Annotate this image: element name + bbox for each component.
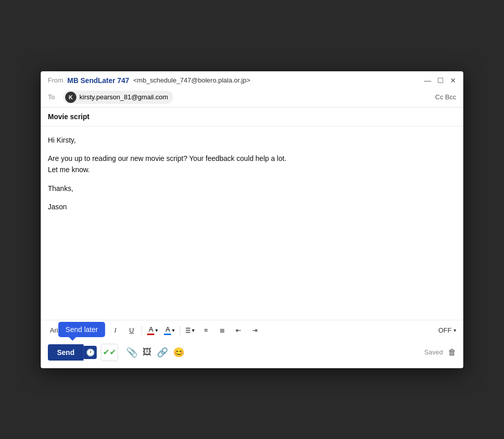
highlight-color-dropdown[interactable]: A ▾	[162, 324, 177, 336]
subject-row: Movie script	[41, 107, 463, 126]
saved-label: Saved	[424, 348, 443, 356]
body-closing: Thanks,	[48, 183, 456, 194]
highlight-color-bar	[164, 334, 171, 335]
ordered-list-button[interactable]: ≡	[199, 323, 213, 338]
cc-bcc-button[interactable]: Cc Bcc	[435, 93, 456, 101]
maximize-button[interactable]: ☐	[437, 76, 444, 85]
compose-window: From MB SendLater 747 <mb_schedule_747@b…	[41, 71, 463, 368]
font-color-bar	[147, 334, 154, 335]
sender-name: MB SendLater 747	[67, 76, 129, 85]
send-later-button[interactable]: 🕐	[83, 346, 97, 359]
recipient-avatar: K	[65, 92, 76, 103]
email-body[interactable]: Hi Kirsty, Are you up to reading our new…	[41, 126, 463, 320]
title-bar: From MB SendLater 747 <mb_schedule_747@b…	[41, 71, 463, 88]
from-row: From MB SendLater 747 <mb_schedule_747@b…	[48, 76, 250, 85]
off-toggle[interactable]: OFF ▾	[438, 326, 456, 334]
highlight-color-chevron: ▾	[172, 327, 175, 333]
body-paragraph: Are you up to reading our new movie scri…	[48, 153, 456, 176]
clock-icon: 🕐	[86, 348, 95, 356]
to-label: To	[48, 93, 63, 101]
unordered-list-button[interactable]: ≣	[215, 323, 229, 338]
divider-3	[180, 326, 180, 335]
minimize-button[interactable]: —	[424, 76, 431, 85]
send-later-tooltip: Send later	[59, 322, 105, 337]
from-label: From	[48, 76, 63, 84]
off-toggle-chevron: ▾	[454, 327, 456, 333]
saved-area: Saved 🗑	[424, 348, 456, 357]
to-row: To K kirsty.pearson_81@gmail.com Cc Bcc	[41, 88, 463, 107]
action-icons: 📎 🖼 🔗 😊	[126, 347, 184, 358]
trash-button[interactable]: 🗑	[448, 348, 456, 357]
font-color-chevron: ▾	[155, 327, 158, 333]
italic-button[interactable]: I	[108, 323, 122, 338]
recipient-email: kirsty.pearson_81@gmail.com	[79, 93, 168, 101]
close-button[interactable]: ✕	[450, 76, 456, 85]
subject-text: Movie script	[48, 113, 90, 121]
window-controls: — ☐ ✕	[424, 76, 456, 85]
check-button[interactable]: ✔✔	[101, 344, 118, 361]
action-bar: Send later Send 🕐 ✔✔ 📎 🖼 🔗 😊 Saved 🗑	[41, 341, 463, 368]
divider-2	[142, 326, 142, 335]
underline-button[interactable]: U	[124, 323, 138, 338]
recipient-chip[interactable]: K kirsty.pearson_81@gmail.com	[63, 91, 173, 104]
sender-email: <mb_schedule_747@bolero.plala.or.jp>	[133, 76, 250, 84]
link-button[interactable]: 🔗	[157, 347, 168, 358]
check-icon: ✔✔	[103, 347, 116, 357]
image-button[interactable]: 🖼	[143, 347, 152, 358]
body-signature: Jason	[48, 201, 456, 212]
font-color-dropdown[interactable]: A ▾	[145, 324, 160, 336]
decrease-indent-button[interactable]: ⇤	[231, 323, 245, 338]
increase-indent-button[interactable]: ⇥	[247, 323, 262, 338]
send-button-group: Send later Send 🕐	[48, 344, 97, 361]
alignment-dropdown[interactable]: ☰ ▾	[183, 326, 197, 335]
alignment-chevron: ▾	[192, 327, 194, 333]
send-button[interactable]: Send	[48, 344, 83, 361]
emoji-button[interactable]: 😊	[173, 347, 184, 358]
attachment-button[interactable]: 📎	[126, 347, 137, 358]
body-greeting: Hi Kirsty,	[48, 134, 456, 146]
